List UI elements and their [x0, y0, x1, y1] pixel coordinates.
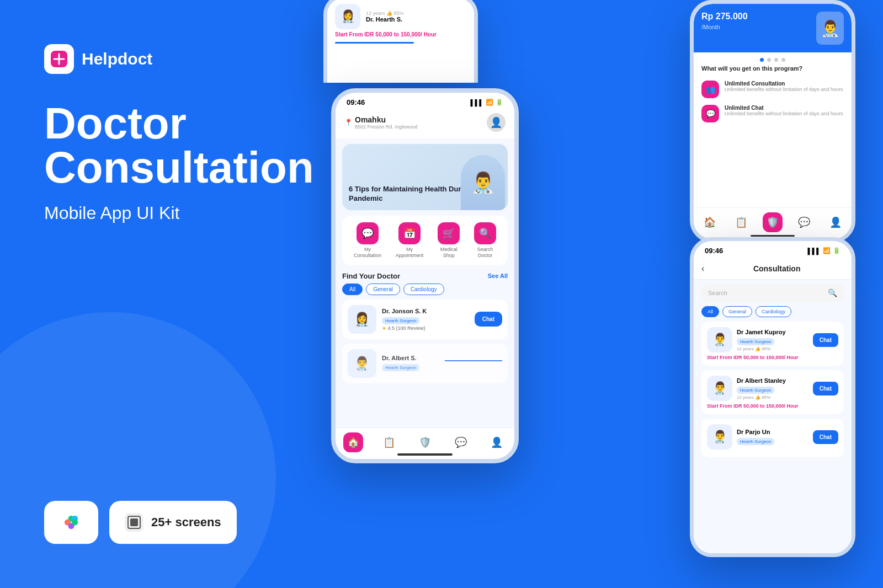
- action-appointment[interactable]: 📅 MyAppointment: [396, 222, 424, 259]
- consult-card-1: 👨‍⚕️ Dr Jamet Kuproy Hearth Surgeon 12 y…: [701, 322, 844, 366]
- subscription-price-area: Rp 275.000 /Month: [701, 12, 748, 31]
- figma-icon: [60, 511, 83, 534]
- doctor-figure: 👨‍⚕️: [461, 155, 505, 210]
- pagination-dots: [694, 52, 852, 65]
- bottom-badges: 25+ screens: [44, 501, 237, 544]
- sub-nav-notes[interactable]: 📋: [731, 212, 751, 232]
- consult-filter-cardiology[interactable]: Cardiology: [756, 306, 791, 317]
- status-bar: 09:46 ▌▌▌ 📶 🔋: [336, 93, 514, 110]
- hero-banner[interactable]: 6 Tips for Maintaining Health During a P…: [342, 144, 508, 210]
- consult-doc-3-info: Dr Parjo Un Hearth Surgeon: [737, 429, 808, 445]
- doctor-1-name: Dr. Jonson S. K: [382, 308, 469, 314]
- svg-point-6: [72, 519, 78, 525]
- consult-battery-icon: 🔋: [833, 247, 841, 254]
- subscription-screen: Rp 275.000 /Month 👨‍⚕️ What will you get…: [694, 4, 852, 239]
- nav-profile[interactable]: 👤: [487, 432, 507, 452]
- consult-doc-2-chat-button[interactable]: Chat: [813, 382, 838, 395]
- figma-badge[interactable]: [44, 501, 98, 544]
- consult-doc-1-info: Dr Jamet Kuproy Hearth Surgeon 12 years …: [737, 329, 808, 351]
- sub-nav-active[interactable]: 🛡️: [763, 212, 783, 232]
- location-info: Omahku 8502 Preston Rd. Inglewood: [355, 115, 418, 130]
- shop-label: MedicalShop: [440, 247, 458, 259]
- doctor-card-2: 👨‍⚕️ Dr. Albert S. Hearth Surgeon: [342, 344, 508, 383]
- filter-general[interactable]: General: [366, 284, 400, 295]
- partial-doc-avatar: 👩‍⚕️: [335, 4, 360, 29]
- phone-partial: 👩‍⚕️ 12 years 👍 85% Dr. Hearth S. Start …: [323, 0, 478, 83]
- main-screen: 09:46 ▌▌▌ 📶 🔋 📍 Omahku 8502 Preston Rd. …: [336, 93, 514, 459]
- nav-shield[interactable]: 🛡️: [415, 432, 435, 452]
- benefit-1-desc: Unlimited benefits without limitation of…: [725, 87, 843, 93]
- consult-filter-general[interactable]: General: [722, 306, 752, 317]
- benefit-2-title: Unlimited Chat: [725, 105, 843, 111]
- doctor-1-specialty: Hearth Surgeon: [382, 317, 419, 324]
- headline: Doctor Consultation: [44, 101, 314, 190]
- partial-price: Start From IDR 50,000 to 150,000/ Hour: [335, 31, 466, 38]
- benefit-chat-text: Unlimited Chat Unlimited benefits withou…: [725, 105, 843, 117]
- screens-count: 25+ screens: [151, 515, 221, 530]
- logo-icon: [44, 44, 74, 74]
- doctor-2-avatar: 👨‍⚕️: [348, 349, 376, 378]
- consult-doc-2-name: Dr Albert Stanley: [737, 377, 808, 384]
- sub-home-indicator: [751, 235, 795, 237]
- what-get-title: What will you get on this program?: [694, 65, 852, 77]
- sub-nav-chat[interactable]: 💬: [794, 212, 814, 232]
- status-time: 09:46: [347, 98, 365, 106]
- svg-rect-1: [60, 511, 83, 534]
- action-shop[interactable]: 🛒 MedicalShop: [438, 222, 460, 259]
- phone-subscription: Rp 275.000 /Month 👨‍⚕️ What will you get…: [690, 0, 855, 243]
- filter-cardiology[interactable]: Cardiology: [403, 284, 444, 295]
- partial-doc-details: 12 years 👍 85% Dr. Hearth S.: [366, 10, 404, 23]
- find-doctor-header: Find Your Doctor See All: [336, 265, 514, 284]
- consult-doc-1-stats: 12 years 👍 95%: [737, 346, 808, 351]
- dot-3: [774, 58, 778, 62]
- nav-notes[interactable]: 📋: [379, 432, 399, 452]
- partial-screen: 👩‍⚕️ 12 years 👍 85% Dr. Hearth S. Start …: [327, 0, 474, 83]
- doctor-2-info: Dr. Albert S. Hearth Surgeon: [382, 355, 439, 372]
- screens-icon: [125, 513, 143, 532]
- sub-nav-home[interactable]: 🏠: [700, 212, 720, 232]
- subscription-period: /Month: [701, 24, 720, 30]
- sub-nav-profile[interactable]: 👤: [826, 212, 845, 232]
- subtitle: Mobile App UI Kit: [44, 203, 314, 223]
- consult-doc-2-info: Dr Albert Stanley Hearth Surgeon 12 year…: [737, 377, 808, 400]
- consult-wifi-icon: 📶: [823, 247, 831, 254]
- nav-chat[interactable]: 💬: [451, 432, 471, 452]
- consultation-title: Consultation: [710, 264, 844, 273]
- consult-filter-all[interactable]: All: [701, 306, 719, 317]
- screens-badge: 25+ screens: [109, 501, 237, 544]
- benefit-1-title: Unlimited Consultation: [725, 81, 843, 87]
- doctor-card-1: 👩‍⚕️ Dr. Jonson S. K Hearth Surgeon ★ 4.…: [342, 300, 508, 339]
- subscription-price: Rp 275.000: [701, 12, 748, 22]
- benefit-consultation-icon: 👥: [701, 81, 719, 98]
- consult-doc-2-specialty: Hearth Surgeon: [737, 387, 774, 394]
- location-name: Omahku: [355, 115, 418, 124]
- doctor-1-chat-button[interactable]: Chat: [475, 312, 502, 327]
- status-icons: ▌▌▌ 📶 🔋: [471, 99, 503, 106]
- dot-4: [781, 58, 785, 62]
- appointment-label: MyAppointment: [396, 247, 424, 259]
- home-indicator: [397, 453, 453, 456]
- doctor-2-name: Dr. Albert S.: [382, 355, 439, 361]
- partial-content: 👩‍⚕️ 12 years 👍 85% Dr. Hearth S. Start …: [327, 0, 474, 49]
- back-button[interactable]: ‹: [701, 264, 704, 274]
- consultation-icon: 💬: [357, 222, 379, 244]
- doctor-1-rating: ★ 4.5 (100 Review): [382, 325, 469, 331]
- consult-doc-2-avatar: 👨‍⚕️: [707, 376, 732, 401]
- wifi-icon: 📶: [486, 99, 493, 106]
- benefit-2-desc: Unlimited benefits without limitation of…: [725, 111, 843, 117]
- filter-all[interactable]: All: [342, 284, 363, 295]
- action-consultation[interactable]: 💬 MyConsultation: [354, 222, 381, 259]
- nav-home[interactable]: 🏠: [343, 432, 363, 452]
- see-all-button[interactable]: See All: [488, 272, 508, 279]
- consult-doc-1-avatar: 👨‍⚕️: [707, 327, 732, 352]
- action-search[interactable]: 🔍 SearchDoctor: [474, 222, 496, 259]
- consult-doc-3-chat-button[interactable]: Chat: [813, 430, 838, 444]
- consultation-header: ‹ Consultation: [694, 258, 852, 280]
- search-bar[interactable]: Search 🔍: [701, 284, 844, 302]
- filter-pills: All General Cardiology: [336, 284, 514, 300]
- doctor-1-avatar: 👩‍⚕️: [348, 305, 376, 334]
- consult-doc-3-name: Dr Parjo Un: [737, 429, 808, 435]
- phone-main: 09:46 ▌▌▌ 📶 🔋 📍 Omahku 8502 Preston Rd. …: [331, 88, 519, 463]
- consult-doc-1-chat-button[interactable]: Chat: [813, 333, 838, 347]
- app-header: 📍 Omahku 8502 Preston Rd. Inglewood 👤: [336, 110, 514, 138]
